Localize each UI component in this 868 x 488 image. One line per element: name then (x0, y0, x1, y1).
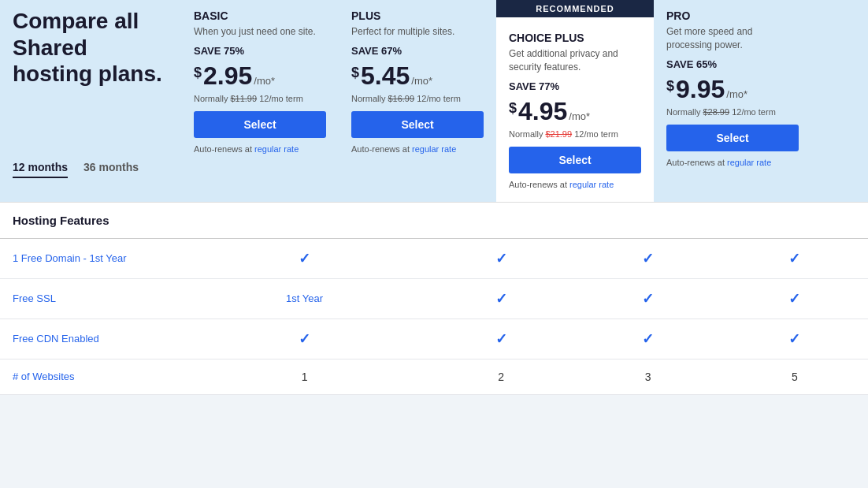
plan-desc-plus: Perfect for multiple sites. (351, 25, 484, 39)
feature-check-choice_plus: ✓ (574, 319, 721, 359)
select-btn-pro[interactable]: Select (666, 125, 799, 151)
checkmark-icon: ✓ (299, 251, 310, 266)
feature-check-plus: ✓ (428, 319, 574, 359)
plus-header (428, 203, 574, 239)
price-normal-basic: Normally $11.99 12/mo term (194, 94, 326, 103)
plan-save-plus: SAVE 67% (351, 45, 484, 57)
checkmark-icon: ✓ (642, 331, 654, 347)
feature-check-basic: ✓ (181, 319, 428, 359)
feature-check-pro: ✓ (721, 278, 868, 319)
checkmark-icon: ✓ (299, 331, 310, 347)
plan-name-pro: PRO (666, 9, 799, 22)
number-value: 2 (498, 371, 504, 383)
table-row: 1 Free Domain - 1st Year✓✓✓✓ (0, 238, 868, 278)
term-tab-12[interactable]: 12 months (13, 161, 68, 178)
term-tab-36[interactable]: 36 months (83, 161, 139, 178)
plan-save-basic: SAVE 75% (194, 45, 326, 57)
hero-title-col: Compare all Shared hosting plans. 12 mon… (0, 0, 181, 202)
plan-desc-pro: Get more speed and processing power. (666, 25, 799, 52)
first-year-text: 1st Year (286, 292, 323, 304)
choice-plus-header (574, 203, 721, 239)
pro-header (721, 203, 868, 239)
plan-save-choice-plus: SAVE 77% (509, 80, 641, 92)
feature-check-pro: ✓ (721, 319, 868, 359)
features-table: Hosting Features 1 Free Domain - 1st Yea… (0, 203, 868, 395)
price-main-plus: 5.45 (361, 61, 410, 91)
price-dollar-pro: $ (666, 78, 674, 95)
price-main-pro: 9.95 (676, 75, 725, 104)
hero-section: Compare all Shared hosting plans. 12 mon… (0, 0, 868, 202)
price-dollar-choice-plus: $ (509, 100, 517, 117)
price-normal-plus: Normally $16.99 12/mo term (351, 94, 484, 103)
recommended-badge: RECOMMENDED (496, 0, 654, 17)
page-title: Compare all Shared hosting plans. (13, 8, 169, 88)
auto-renew-pro: Auto-renews at regular rate (666, 158, 799, 167)
select-btn-choice-plus[interactable]: Select (509, 147, 641, 173)
price-normal-pro: Normally $28.99 12/mo term (666, 107, 799, 117)
checkmark-icon: ✓ (788, 251, 800, 266)
features-section: Hosting Features 1 Free Domain - 1st Yea… (0, 203, 868, 395)
price-block-pro: $ 9.95 /mo* (666, 75, 799, 104)
plan-save-pro: SAVE 65% (666, 58, 799, 70)
price-dollar-plus: $ (351, 65, 359, 81)
price-block-basic: $ 2.95 /mo* (194, 61, 326, 91)
feature-check-plus: ✓ (428, 278, 574, 319)
checkmark-icon: ✓ (788, 331, 800, 347)
price-period-pro: /mo* (726, 88, 747, 100)
table-row: # of Websites1235 (0, 359, 868, 394)
feature-value-choice_plus: 3 (574, 359, 721, 394)
feature-name: 1 Free Domain - 1st Year (0, 238, 181, 278)
plan-name-plus: PLUS (351, 9, 484, 22)
price-period-basic: /mo* (254, 75, 275, 87)
price-block-plus: $ 5.45 /mo* (351, 61, 484, 91)
feature-first-year-basic: 1st Year (181, 278, 428, 319)
checkmark-icon: ✓ (495, 291, 507, 307)
feature-name: # of Websites (0, 359, 181, 394)
number-value: 1 (302, 371, 308, 383)
price-period-plus: /mo* (411, 75, 432, 87)
feature-name: Free CDN Enabled (0, 319, 181, 359)
select-btn-basic[interactable]: Select (194, 111, 326, 138)
number-value: 3 (645, 371, 651, 383)
basic-header (181, 203, 428, 239)
checkmark-icon: ✓ (642, 251, 654, 266)
auto-renew-choice-plus: Auto-renews at regular rate (509, 180, 641, 189)
feature-value-pro: 5 (721, 359, 868, 394)
feature-check-basic: ✓ (181, 238, 428, 278)
plan-col-plus: PLUSPerfect for multiple sites.SAVE 67% … (339, 0, 496, 202)
feature-value-plus: 2 (428, 359, 574, 394)
regular-rate-link-choice-plus[interactable]: regular rate (569, 180, 614, 189)
feature-name: Free SSL (0, 278, 181, 319)
table-row: Free SSL1st Year✓✓✓ (0, 278, 868, 319)
regular-rate-link-pro[interactable]: regular rate (727, 158, 771, 167)
term-tabs: 12 months 36 months (13, 161, 169, 186)
feature-check-choice_plus: ✓ (574, 238, 721, 278)
price-main-choice-plus: 4.95 (518, 97, 567, 126)
checkmark-icon: ✓ (642, 291, 654, 307)
features-header: Hosting Features (0, 203, 181, 239)
auto-renew-plus: Auto-renews at regular rate (351, 144, 484, 154)
plan-desc-choice-plus: Get additional privacy and security feat… (509, 47, 641, 74)
price-dollar-basic: $ (194, 65, 202, 81)
checkmark-icon: ✓ (788, 291, 800, 307)
plan-name-basic: BASIC (194, 9, 326, 22)
regular-rate-link-plus[interactable]: regular rate (412, 144, 456, 154)
plan-col-choice-plus: RECOMMENDEDCHOICE PLUSGet additional pri… (496, 0, 654, 202)
regular-rate-link-basic[interactable]: regular rate (254, 144, 299, 154)
table-row: Free CDN Enabled✓✓✓✓ (0, 319, 868, 359)
feature-value-basic: 1 (181, 359, 428, 394)
plan-col-basic: BASICWhen you just need one site.SAVE 75… (181, 0, 339, 202)
select-btn-plus[interactable]: Select (351, 111, 484, 138)
price-block-choice-plus: $ 4.95 /mo* (509, 97, 641, 126)
feature-check-pro: ✓ (721, 238, 868, 278)
feature-check-choice_plus: ✓ (574, 278, 721, 319)
plan-name-choice-plus: CHOICE PLUS (509, 32, 641, 44)
price-normal-choice-plus: Normally $21.99 12/mo term (509, 129, 641, 139)
feature-check-plus: ✓ (428, 238, 574, 278)
price-period-choice-plus: /mo* (569, 110, 590, 122)
number-value: 5 (792, 371, 798, 383)
plan-col-pro: PROGet more speed and processing power.S… (654, 0, 811, 202)
plan-desc-basic: When you just need one site. (194, 25, 326, 39)
checkmark-icon: ✓ (495, 251, 507, 266)
checkmark-icon: ✓ (495, 331, 507, 347)
